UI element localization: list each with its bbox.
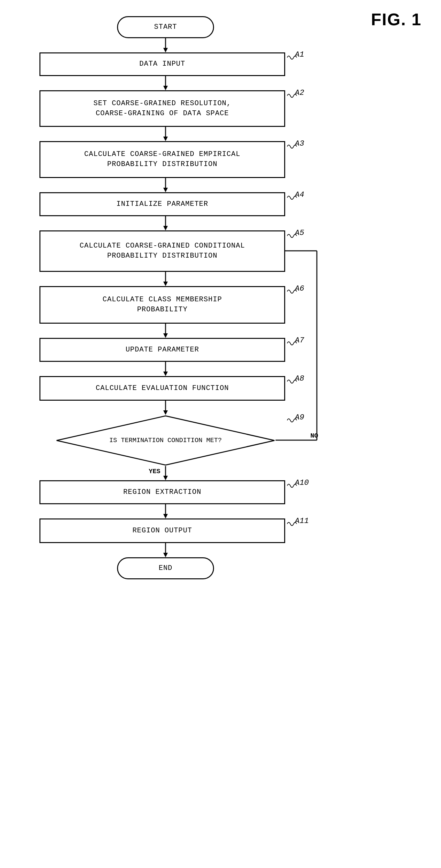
figure-title: FIG. 1 xyxy=(371,10,421,29)
wavy-a2 xyxy=(287,89,297,99)
step-ref-a10: A10 xyxy=(295,478,309,487)
wavy-a10 xyxy=(287,479,297,489)
svg-marker-3 xyxy=(163,86,168,90)
step-a6-label: CALCULATE CLASS MEMBERSHIP PROBABILITY xyxy=(102,295,222,315)
end-label: END xyxy=(159,563,173,574)
start-node: START xyxy=(117,16,214,38)
wavy-a1 xyxy=(287,51,297,61)
step-a11: REGION OUTPUT xyxy=(39,519,285,543)
wavy-a11 xyxy=(287,518,297,527)
svg-marker-9 xyxy=(163,226,168,230)
step-a7-label: UPDATE PARAMETER xyxy=(126,345,199,355)
step-a9: IS TERMINATION CONDITION MET? xyxy=(56,415,275,466)
step-a10: REGION EXTRACTION xyxy=(39,480,285,504)
diagram-container: FIG. 1 xyxy=(0,0,441,868)
wavy-a3 xyxy=(287,140,297,150)
step-ref-a11: A11 xyxy=(295,517,309,525)
end-node: END xyxy=(117,557,214,579)
step-a2-label: SET COARSE-GRAINED RESOLUTION, COARSE-GR… xyxy=(94,99,231,119)
svg-marker-11 xyxy=(163,282,168,286)
step-a8-label: CALCULATE EVALUATION FUNCTION xyxy=(96,383,229,394)
svg-marker-17 xyxy=(163,410,168,415)
svg-marker-13 xyxy=(163,333,168,338)
wavy-a7 xyxy=(287,337,297,347)
step-a1: DATA INPUT xyxy=(39,53,285,76)
step-a8: CALCULATE EVALUATION FUNCTION xyxy=(39,376,285,401)
svg-marker-1 xyxy=(163,48,168,53)
svg-marker-7 xyxy=(163,188,168,192)
no-label: NO xyxy=(310,432,318,439)
step-a4: INITIALIZE PARAMETER xyxy=(39,192,285,216)
wavy-a4 xyxy=(287,191,297,201)
svg-marker-5 xyxy=(163,136,168,141)
wavy-a9 xyxy=(287,414,297,424)
wavy-a6 xyxy=(287,285,297,295)
step-a5: CALCULATE COARSE-GRAINED CONDITIONAL PRO… xyxy=(39,230,285,272)
svg-marker-25 xyxy=(163,514,168,519)
svg-marker-23 xyxy=(163,476,168,480)
start-label: START xyxy=(154,22,177,32)
step-a10-label: REGION EXTRACTION xyxy=(123,487,201,497)
step-a5-label: CALCULATE COARSE-GRAINED CONDITIONAL PRO… xyxy=(79,241,245,261)
step-a11-label: REGION OUTPUT xyxy=(133,526,192,536)
step-a4-label: INITIALIZE PARAMETER xyxy=(116,199,208,209)
svg-marker-27 xyxy=(163,553,168,557)
step-a6: CALCULATE CLASS MEMBERSHIP PROBABILITY xyxy=(39,286,285,323)
wavy-a8 xyxy=(287,375,297,385)
yes-label: YES xyxy=(149,468,160,475)
svg-marker-15 xyxy=(163,372,168,376)
step-a3: CALCULATE COARSE-GRAINED EMPIRICAL PROBA… xyxy=(39,141,285,178)
step-a2: SET COARSE-GRAINED RESOLUTION, COARSE-GR… xyxy=(39,90,285,127)
step-a7: UPDATE PARAMETER xyxy=(39,338,285,362)
step-a3-label: CALCULATE COARSE-GRAINED EMPIRICAL PROBA… xyxy=(84,150,241,169)
step-a9-label: IS TERMINATION CONDITION MET? xyxy=(109,436,222,445)
wavy-a5 xyxy=(287,229,297,239)
step-a1-label: DATA INPUT xyxy=(139,59,185,69)
